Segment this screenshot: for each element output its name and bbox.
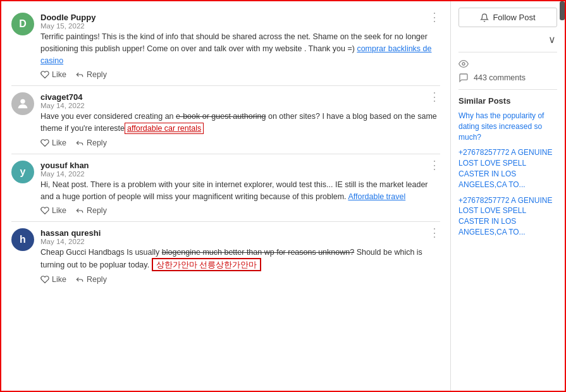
like-button[interactable]: Like [40,70,66,79]
comment-meta: hassan qureshi May 14, 2022 [40,228,101,245]
comment-link-korean[interactable]: 상한가안마 선릉상한가안마 [152,258,262,271]
comment-header: Doodle Puppy May 15, 2022 ⋮ [40,13,440,30]
comment-link-red[interactable]: affordable car rentals [125,123,204,134]
comment-body: Doodle Puppy May 15, 2022 ⋮ Terrific pai… [40,13,440,79]
comment-body: yousuf khan May 14, 2022 ⋮ Hi, Neat post… [40,161,440,216]
comment-date: May 14, 2022 [40,170,89,178]
chevron-down-icon[interactable]: ∨ [458,34,557,46]
comment-item: D Doodle Puppy May 15, 2022 ⋮ Terrific p… [11,6,440,86]
comment-item: y yousuf khan May 14, 2022 ⋮ Hi, Neat po… [11,154,440,223]
comment-menu-button[interactable]: ⋮ [429,159,440,171]
heart-icon [40,138,49,147]
comment-actions: Like Reply [40,70,440,79]
comment-link[interactable]: Affordable travel [348,192,405,201]
comments-section: D Doodle Puppy May 15, 2022 ⋮ Terrific p… [1,1,451,391]
comment-item: civaget704 May 14, 2022 ⋮ Have you ever … [11,86,440,154]
comment-text: Hi, Neat post. There is a problem with y… [40,179,440,203]
divider [458,89,557,90]
comment-text: Cheap Gucci Handbags Is usually blogengi… [40,247,440,271]
comment-header: hassan qureshi May 14, 2022 ⋮ [40,228,440,245]
comment-author: civaget704 [40,92,85,102]
comment-header: yousuf khan May 14, 2022 ⋮ [40,161,440,178]
reply-button[interactable]: Reply [75,275,107,284]
comment-actions: Like Reply [40,206,440,215]
comment-menu-button[interactable]: ⋮ [429,11,440,23]
comment-item: h hassan qureshi May 14, 2022 ⋮ Cheap Gu… [11,222,440,290]
similar-posts-title: Similar Posts [458,96,557,106]
similar-post-item[interactable]: +27678257772 A GENUINE LOST LOVE SPELL C… [458,147,557,190]
comment-body: hassan qureshi May 14, 2022 ⋮ Cheap Gucc… [40,228,440,284]
comment-actions: Like Reply [40,275,440,284]
like-button[interactable]: Like [40,138,66,147]
comment-actions: Like Reply [40,138,440,147]
comment-meta: yousuf khan May 14, 2022 [40,161,89,178]
reply-icon [75,70,84,79]
comments-stat: 443 comments [458,73,557,83]
comment-author: hassan qureshi [40,228,101,238]
similar-post-item[interactable]: +27678257772 A GENUINE LOST LOVE SPELL C… [458,195,557,238]
views-stat [458,59,557,69]
heart-icon [40,206,49,215]
comment-date: May 15, 2022 [40,22,95,30]
comment-text-before: Have you ever considered creating an e-b… [40,112,437,133]
comment-menu-button[interactable]: ⋮ [429,91,440,102]
like-button[interactable]: Like [40,275,66,284]
comment-author: yousuf khan [40,161,89,170]
similar-post-item[interactable]: Why has the popularity of dating sites i… [458,111,557,142]
avatar: y [11,161,34,183]
person-icon [16,97,30,111]
page-container: D Doodle Puppy May 15, 2022 ⋮ Terrific p… [0,0,566,392]
comment-text: Terrific paintings! This is the kind of … [40,31,440,66]
comment-header: civaget704 May 14, 2022 ⋮ [40,92,440,109]
sidebar-stats: 443 comments [458,59,557,83]
heart-icon [40,275,49,284]
avatar [11,92,34,115]
eye-icon [458,59,469,69]
scrollbar[interactable] [560,1,565,20]
heart-icon [40,70,49,79]
bell-icon [480,13,489,22]
divider [458,52,557,52]
avatar: h [11,228,34,251]
svg-point-1 [462,63,465,65]
reply-button[interactable]: Reply [75,70,107,79]
comment-text: Have you ever considered creating an e-b… [40,111,440,135]
reply-button[interactable]: Reply [75,138,107,147]
comment-date: May 14, 2022 [40,102,85,109]
comment-icon [458,73,469,83]
comment-author: Doodle Puppy [40,13,95,22]
comment-menu-button[interactable]: ⋮ [429,227,440,238]
comment-body: civaget704 May 14, 2022 ⋮ Have you ever … [40,92,440,147]
reply-icon [75,138,84,147]
avatar: D [11,13,34,35]
follow-post-button[interactable]: Follow Post [458,8,557,27]
follow-post-label: Follow Post [493,13,535,22]
comment-date: May 14, 2022 [40,238,101,245]
comment-meta: civaget704 May 14, 2022 [40,92,85,109]
svg-point-0 [20,99,25,104]
comments-count: 443 comments [474,73,526,82]
like-button[interactable]: Like [40,206,66,215]
reply-icon [75,275,84,284]
comment-meta: Doodle Puppy May 15, 2022 [40,13,95,30]
reply-button[interactable]: Reply [75,206,107,215]
reply-icon [75,206,84,215]
sidebar: Follow Post ∨ 443 comments Similar Posts… [451,1,565,391]
